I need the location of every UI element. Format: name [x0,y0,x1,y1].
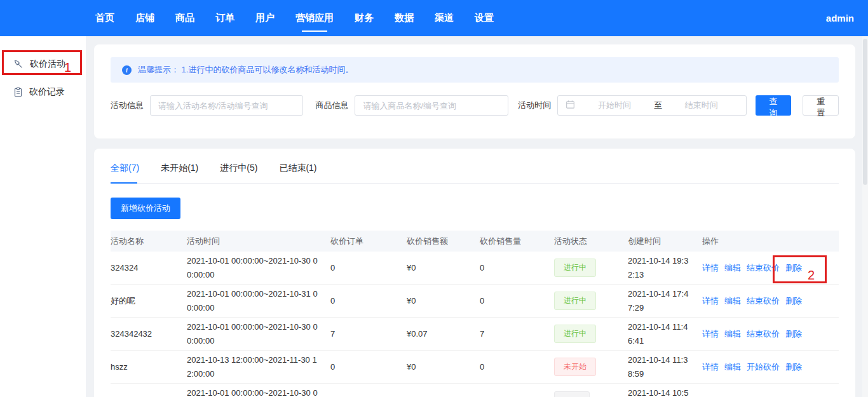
filter-row: 活动信息 商品信息 活动时间 开始时间 至 结束时间 [111,95,839,116]
table-row: 2021-10-01 00:00:00~2021-10-30 00:00:00 … [111,384,839,397]
col-header-created: 创建时间 [628,236,702,247]
bargain-sales: ¥0 [407,263,480,273]
admin-user-menu[interactable]: admin [826,13,854,24]
delete-link[interactable]: 删除 [785,262,802,274]
bargain-orders: 0 [330,263,407,273]
col-header-status: 活动状态 [554,236,628,247]
bargain-orders: 0 [330,296,407,306]
detail-link[interactable]: 详情 [702,361,719,373]
activity-time: 2021-10-13 12:00:00~2021-11-30 12:00:00 [187,353,330,380]
bargain-sales: ¥0 [407,296,480,306]
tip-banner: i 温馨提示： 1.进行中的砍价商品可以修改名称和活动时间。 [111,57,839,83]
end-bargain-link[interactable]: 结束砍价 [747,262,780,274]
product-info-label: 商品信息 [315,100,348,111]
search-button[interactable]: 查询 [756,95,792,116]
axe-icon [13,59,24,69]
activity-table: 活动名称 活动时间 砍价订单 砍价销售额 砍价销售量 活动状态 创建时间 操作 … [111,231,839,397]
start-bargain-link[interactable]: 开始砍价 [747,361,780,373]
activity-time: 2021-10-01 00:00:00~2021-10-30 00:00:00 [187,320,330,347]
bargain-qty: 0 [480,263,554,273]
created-time: 2021-10-14 17:47:29 [628,287,702,314]
filter-card: i 温馨提示： 1.进行中的砍价商品可以修改名称和活动时间。 活动信息 商品信息… [94,44,855,138]
nav-item-marketing[interactable]: 营销应用 [295,0,334,36]
sidebar-item-bargain-records[interactable]: 砍价记录 [0,78,86,106]
nav-item-users[interactable]: 用户 [255,0,275,36]
bargain-orders: 7 [330,329,407,339]
nav-item-shop[interactable]: 店铺 [135,0,154,36]
sidebar-item-label: 砍价记录 [29,86,65,98]
delete-link[interactable]: 删除 [785,361,802,373]
created-time: 2021-10-14 11:38:59 [628,353,702,380]
edit-link[interactable]: 编辑 [724,295,741,307]
activity-info-label: 活动信息 [111,100,144,111]
info-icon: i [122,65,132,75]
bargain-sales: ¥0 [407,362,480,372]
col-header-orders: 砍价订单 [330,236,407,247]
bargain-qty: 7 [480,329,554,339]
sidebar: 砍价活动 砍价记录 [0,36,86,397]
nav-item-settings[interactable]: 设置 [475,0,494,36]
reset-button[interactable]: 重置 [803,95,839,116]
table-header-row: 活动名称 活动时间 砍价订单 砍价销售额 砍价销售量 活动状态 创建时间 操作 [111,231,839,252]
tab-not-started[interactable]: 未开始(1) [161,163,198,183]
bargain-qty: 0 [480,362,554,372]
nav-item-channel[interactable]: 渠道 [435,0,454,36]
col-header-sales: 砍价销售额 [407,236,480,247]
activity-name: hszz [111,362,187,372]
col-header-qty: 砍价销售量 [480,236,554,247]
bargain-sales: ¥0.07 [407,329,480,339]
end-bargain-link[interactable]: 结束砍价 [747,295,780,307]
activity-name: 324324 [111,263,187,273]
detail-link[interactable]: 详情 [702,295,719,307]
status-badge: 进行中 [554,259,596,277]
activity-name: 324342432 [111,329,187,339]
col-header-time: 活动时间 [187,236,330,247]
table-row: 324342432 2021-10-01 00:00:00~2021-10-30… [111,318,839,351]
status-badge: 进行中 [554,292,596,310]
edit-link[interactable]: 编辑 [724,328,741,340]
activity-time: 2021-10-01 00:00:00~2021-10-31 00:00:00 [187,287,330,314]
created-time: 2021-10-14 19:32:13 [628,254,702,281]
status-badge: 进行中 [554,325,596,343]
add-bargain-activity-button[interactable]: 新增砍价活动 [111,198,180,219]
table-row: 好的呢 2021-10-01 00:00:00~2021-10-31 00:00… [111,285,839,318]
list-card: 全部(7) 未开始(1) 进行中(5) 已结束(1) 新增砍价活动 活动名称 活… [94,149,855,397]
nav-menu: 首页 店铺 商品 订单 用户 营销应用 财务 数据 渠道 设置 [95,0,494,36]
delete-link[interactable]: 删除 [785,328,802,340]
detail-link[interactable]: 详情 [702,262,719,274]
created-time: 2021-10-14 10:56:2 [628,386,702,397]
nav-item-finance[interactable]: 财务 [355,0,374,36]
tab-all[interactable]: 全部(7) [111,163,139,183]
bargain-qty: 0 [480,296,554,306]
nav-item-home[interactable]: 首页 [95,0,114,36]
top-navbar: 首页 店铺 商品 订单 用户 营销应用 财务 数据 渠道 设置 admin [0,0,868,36]
tip-text: 温馨提示： 1.进行中的砍价商品可以修改名称和活动时间。 [138,64,353,76]
delete-link[interactable]: 删除 [785,295,802,307]
status-tabs: 全部(7) 未开始(1) 进行中(5) 已结束(1) [111,149,839,184]
sidebar-item-bargain-activity[interactable]: 砍价活动 [0,50,86,78]
nav-item-goods[interactable]: 商品 [175,0,194,36]
table-row: 324324 2021-10-01 00:00:00~2021-10-30 00… [111,252,839,285]
end-bargain-link[interactable]: 结束砍价 [747,328,780,340]
product-search-input[interactable] [355,95,508,116]
scrollbar-thumb[interactable] [863,39,867,185]
status-badge: 未开始 [554,358,596,376]
activity-search-input[interactable] [150,95,303,116]
tab-ended[interactable]: 已结束(1) [279,163,316,183]
tab-running[interactable]: 进行中(5) [220,163,257,183]
nav-item-orders[interactable]: 订单 [215,0,234,36]
created-time: 2021-10-14 11:46:41 [628,320,702,347]
edit-link[interactable]: 编辑 [724,262,741,274]
end-time-placeholder[interactable]: 结束时间 [665,100,738,111]
activity-time-label: 活动时间 [518,100,551,111]
start-time-placeholder[interactable]: 开始时间 [578,100,651,111]
edit-link[interactable]: 编辑 [724,361,741,373]
main-content: i 温馨提示： 1.进行中的砍价商品可以修改名称和活动时间。 活动信息 商品信息… [86,36,868,397]
nav-item-data[interactable]: 数据 [395,0,414,36]
activity-time: 2021-10-01 00:00:00~2021-10-30 00:00:00 [187,386,330,397]
date-range-picker[interactable]: 开始时间 至 结束时间 [557,95,747,116]
detail-link[interactable]: 详情 [702,328,719,340]
status-badge [554,391,590,397]
sidebar-item-label: 砍价活动 [30,58,65,70]
calendar-icon [566,100,575,111]
